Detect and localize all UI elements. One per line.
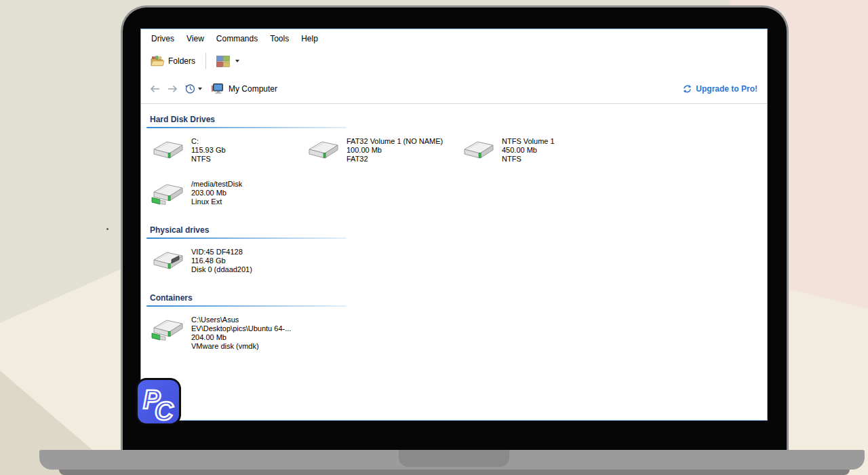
folders-button[interactable]: Folders — [146, 52, 199, 70]
drive-item[interactable]: VID:45 DF4128116.48 GbDisk 0 (ddaad201) — [146, 246, 302, 288]
drive-line: FAT32 — [347, 155, 443, 164]
drive-line: 116.48 Gb — [191, 256, 252, 265]
app-logo: P C — [136, 378, 181, 425]
drive-details: C:115.93 GbNTFS — [191, 135, 226, 178]
back-arrow-icon — [149, 83, 161, 94]
refresh-icon — [682, 83, 692, 94]
svg-text:C: C — [155, 397, 174, 423]
hard-disk-icon — [462, 136, 496, 164]
section-hard-disk-drives: Hard Disk DrivesC:115.93 GbNTFSFAT32 Vol… — [146, 115, 767, 221]
drive-item[interactable]: C:\Users\AsusEV\Desktop\pics\Ubuntu 64-.… — [146, 314, 302, 356]
background-speck — [106, 228, 108, 230]
section-items: C:\Users\AsusEV\Desktop\pics\Ubuntu 64-.… — [146, 314, 621, 356]
drive-details: NTFS Volume 1450.00 MbNTFS — [502, 135, 555, 178]
drive-line: /media/testDisk — [191, 180, 242, 189]
location-label: My Computer — [229, 84, 277, 94]
toolbar: Folders — [141, 48, 767, 74]
folders-icon — [151, 55, 165, 67]
mounted-disk-icon — [151, 179, 185, 206]
section-title: Physical drives — [150, 225, 767, 235]
view-options-dropdown-icon — [235, 60, 239, 62]
drive-item[interactable]: C:115.93 GbNTFS — [146, 135, 302, 178]
menu-commands[interactable]: Commands — [210, 32, 264, 45]
mounted-disk-icon — [151, 315, 185, 342]
menu-view[interactable]: View — [180, 32, 210, 45]
drive-item[interactable]: NTFS Volume 1450.00 MbNTFS — [457, 135, 612, 178]
menu-help[interactable]: Help — [295, 32, 324, 45]
drive-item[interactable]: /media/testDisk203.00 MbLinux Ext — [146, 178, 302, 221]
drive-line: Disk 0 (ddaad201) — [191, 265, 252, 274]
drive-line: NTFS — [502, 155, 555, 164]
upgrade-label: Upgrade to Pro! — [696, 84, 757, 94]
forward-arrow-icon — [167, 83, 178, 94]
section-underline — [146, 127, 347, 128]
drive-line: 204.00 Mb — [191, 333, 291, 342]
section-items: VID:45 DF4128116.48 GbDisk 0 (ddaad201) — [146, 246, 621, 288]
drive-line: 115.93 Gb — [191, 146, 226, 155]
menu-drives[interactable]: Drives — [145, 32, 180, 45]
history-dropdown-icon — [198, 88, 202, 90]
section-title: Hard Disk Drives — [150, 115, 767, 124]
section-physical-drives: Physical drivesVID:45 DF4128116.48 GbDis… — [146, 225, 767, 288]
pc-logo-icon: P C — [138, 380, 179, 423]
drive-line: FAT32 Volume 1 (NO NAME) — [347, 137, 443, 146]
laptop-notch — [399, 450, 509, 467]
drive-line: C:\Users\Asus — [191, 316, 291, 324]
drive-line: VID:45 DF4128 — [191, 248, 252, 256]
drive-line: NTFS Volume 1 — [502, 137, 555, 146]
back-button[interactable] — [149, 83, 161, 94]
drive-details: FAT32 Volume 1 (NO NAME)100.00 MbFAT32 — [347, 135, 443, 178]
drive-line: 203.00 Mb — [191, 189, 242, 197]
physical-disk-icon — [151, 247, 185, 274]
breadcrumb[interactable]: My Computer — [211, 83, 277, 94]
drive-line: EV\Desktop\pics\Ubuntu 64-... — [191, 324, 291, 333]
laptop-base — [39, 450, 865, 470]
drive-line: 100.00 Mb — [347, 146, 443, 155]
laptop-base-edge — [59, 470, 850, 475]
hard-disk-icon — [151, 136, 185, 164]
drive-sections: Hard Disk DrivesC:115.93 GbNTFSFAT32 Vol… — [141, 104, 767, 356]
menu-bar: DrivesViewCommandsToolsHelp — [141, 29, 767, 48]
drive-details: /media/testDisk203.00 MbLinux Ext — [191, 178, 242, 221]
drive-line: Linux Ext — [191, 197, 242, 206]
folders-button-label: Folders — [168, 56, 195, 66]
hard-disk-icon — [307, 136, 340, 164]
toolbar-separator — [205, 53, 206, 69]
menu-tools[interactable]: Tools — [264, 32, 295, 45]
my-computer-icon — [211, 83, 224, 94]
view-options-icon — [216, 56, 230, 67]
section-underline — [146, 238, 347, 239]
section-underline — [146, 305, 347, 307]
section-items: C:115.93 GbNTFSFAT32 Volume 1 (NO NAME)1… — [146, 135, 621, 221]
app-window: DrivesViewCommandsToolsHelp Folders — [140, 28, 768, 421]
drive-details: C:\Users\AsusEV\Desktop\pics\Ubuntu 64-.… — [191, 314, 291, 356]
section-containers: ContainersC:\Users\AsusEV\Desktop\pics\U… — [146, 293, 767, 356]
drive-line: C: — [191, 137, 226, 146]
forward-button[interactable] — [167, 83, 178, 94]
drive-item[interactable]: FAT32 Volume 1 (NO NAME)100.00 MbFAT32 — [302, 135, 457, 178]
history-button[interactable] — [184, 83, 202, 94]
view-options-button[interactable] — [212, 53, 243, 70]
drive-line: 450.00 Mb — [502, 146, 555, 155]
section-title: Containers — [150, 293, 767, 303]
history-icon — [184, 83, 196, 94]
drive-details: VID:45 DF4128116.48 GbDisk 0 (ddaad201) — [191, 246, 252, 288]
upgrade-to-pro-link[interactable]: Upgrade to Pro! — [682, 83, 757, 94]
navigation-bar: My Computer Upgrade to Pro! — [141, 74, 767, 104]
drive-line: NTFS — [191, 155, 226, 164]
page: { "app": { "menu": ["Drives", "View", "C… — [0, 0, 868, 475]
drive-line: VMware disk (vmdk) — [191, 342, 291, 351]
